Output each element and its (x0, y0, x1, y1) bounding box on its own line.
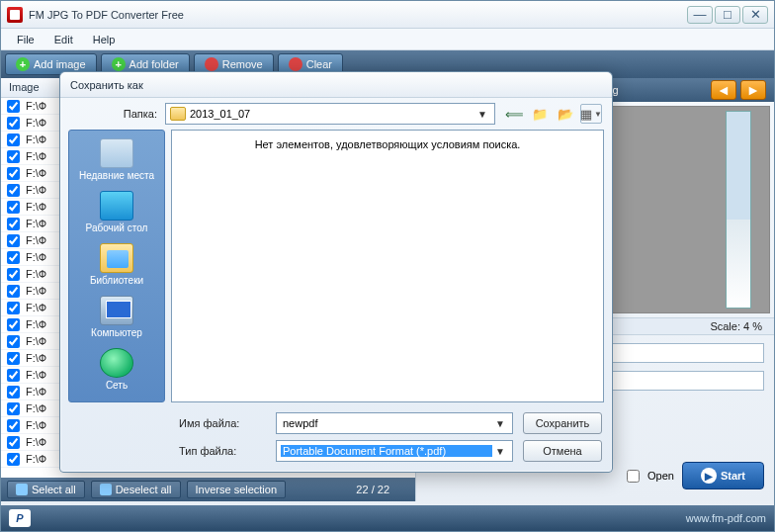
new-folder-button[interactable]: 📂 (555, 104, 576, 124)
row-checkbox[interactable] (7, 402, 20, 415)
row-checkbox[interactable] (7, 234, 20, 247)
open-label: Open (647, 470, 674, 482)
row-checkbox[interactable] (7, 150, 20, 163)
next-image-button[interactable]: ► (740, 80, 766, 100)
row-checkbox[interactable] (7, 268, 20, 281)
plus-icon: + (16, 57, 30, 71)
minimize-button[interactable]: — (687, 6, 713, 24)
selection-counter: 22 / 22 (356, 484, 389, 495)
chevron-down-icon: ▼ (474, 109, 490, 120)
menubar: File Edit Help (1, 29, 774, 50)
menu-edit[interactable]: Edit (46, 32, 81, 47)
preview-thumbnail (726, 111, 751, 309)
recent-icon (100, 138, 133, 168)
close-button[interactable]: ✕ (742, 6, 768, 24)
place-computer[interactable]: Компьютер (71, 294, 162, 340)
filename-combo[interactable]: newpdf▼ (276, 412, 513, 434)
row-checkbox[interactable] (7, 285, 20, 298)
row-path: F:\Ф (26, 335, 46, 347)
row-path: F:\Ф (26, 184, 46, 196)
place-desktop[interactable]: Рабочий стол (71, 189, 162, 235)
network-icon (100, 348, 133, 378)
row-checkbox[interactable] (7, 100, 20, 113)
inverse-selection-button[interactable]: Inverse selection (187, 481, 287, 498)
chevron-down-icon: ▼ (492, 418, 508, 429)
row-path: F:\Ф (26, 453, 46, 465)
desktop-icon (100, 191, 133, 221)
row-checkbox[interactable] (7, 251, 20, 264)
row-checkbox[interactable] (7, 369, 20, 382)
titlebar: FM JPG To PDF Converter Free — □ ✕ (1, 1, 774, 29)
computer-icon (100, 296, 133, 325)
row-path: F:\Ф (26, 268, 46, 280)
minus-icon (205, 57, 218, 71)
filetype-label: Тип файла: (179, 445, 266, 457)
row-path: F:\Ф (26, 302, 46, 313)
file-browser-area[interactable]: Нет элементов, удовлетворяющих условиям … (171, 130, 604, 402)
folder-combo[interactable]: 2013_01_07 ▼ (165, 103, 495, 125)
row-checkbox[interactable] (7, 302, 20, 314)
website-link[interactable]: www.fm-pdf.com (686, 512, 766, 524)
place-recent[interactable]: Недавние места (71, 136, 162, 183)
place-libraries[interactable]: Библиотеки (71, 241, 162, 288)
filetype-combo[interactable]: Portable Document Format (*.pdf)▼ (276, 440, 513, 462)
row-checkbox[interactable] (7, 453, 20, 466)
row-path: F:\Ф (26, 117, 46, 129)
paypal-icon[interactable]: P (9, 509, 31, 527)
start-button[interactable]: ▶Start (682, 462, 764, 489)
row-checkbox[interactable] (7, 335, 20, 348)
row-checkbox[interactable] (7, 117, 20, 130)
row-path: F:\Ф (26, 369, 46, 381)
row-path: F:\Ф (26, 234, 46, 246)
row-path: F:\Ф (26, 352, 46, 364)
place-network[interactable]: Сеть (71, 346, 162, 393)
row-path: F:\Ф (26, 150, 46, 162)
select-all-button[interactable]: Select all (7, 481, 85, 498)
row-path: F:\Ф (26, 402, 46, 414)
chevron-down-icon: ▼ (492, 446, 508, 457)
row-path: F:\Ф (26, 251, 46, 263)
row-checkbox[interactable] (7, 419, 20, 432)
prev-image-button[interactable]: ◄ (711, 80, 736, 100)
statusbar: P www.fm-pdf.com (1, 505, 774, 531)
row-checkbox[interactable] (7, 201, 20, 214)
deselect-all-button[interactable]: Deselect all (91, 481, 181, 498)
row-checkbox[interactable] (7, 167, 20, 180)
row-checkbox[interactable] (7, 436, 20, 449)
row-path: F:\Ф (26, 318, 46, 330)
open-after-checkbox[interactable] (627, 470, 640, 483)
cancel-button[interactable]: Отмена (523, 440, 602, 462)
row-path: F:\Ф (26, 386, 46, 398)
row-path: F:\Ф (26, 419, 46, 431)
row-path: F:\Ф (26, 133, 46, 145)
save-button[interactable]: Сохранить (523, 412, 602, 434)
back-button[interactable]: ⟸ (503, 104, 525, 124)
selection-bar: Select all Deselect all Inverse selectio… (1, 478, 415, 501)
empty-message: Нет элементов, удовлетворяющих условиям … (255, 138, 521, 150)
filename-label: Имя файла: (179, 417, 266, 429)
menu-help[interactable]: Help (85, 32, 124, 47)
row-checkbox[interactable] (7, 133, 20, 146)
dialog-title: Сохранить как (60, 72, 612, 98)
checkbox-icon (16, 484, 28, 495)
window-title: FM JPG To PDF Converter Free (29, 9, 687, 21)
row-checkbox[interactable] (7, 318, 20, 331)
row-path: F:\Ф (26, 201, 46, 213)
row-path: F:\Ф (26, 167, 46, 179)
plus-icon: + (112, 57, 126, 71)
places-bar: Недавние места Рабочий стол Библиотеки К… (68, 130, 165, 402)
row-path: F:\Ф (26, 218, 46, 229)
menu-file[interactable]: File (9, 32, 43, 47)
maximize-button[interactable]: □ (715, 6, 740, 24)
view-menu-button[interactable]: ▦▼ (580, 104, 602, 124)
row-checkbox[interactable] (7, 218, 20, 230)
row-path: F:\Ф (26, 100, 46, 112)
row-checkbox[interactable] (7, 352, 20, 365)
row-path: F:\Ф (26, 436, 46, 448)
up-folder-button[interactable]: 📁 (529, 104, 551, 124)
folder-icon (170, 107, 186, 121)
row-checkbox[interactable] (7, 386, 20, 399)
row-checkbox[interactable] (7, 184, 20, 197)
play-icon: ▶ (701, 468, 717, 484)
libraries-icon (100, 243, 133, 273)
